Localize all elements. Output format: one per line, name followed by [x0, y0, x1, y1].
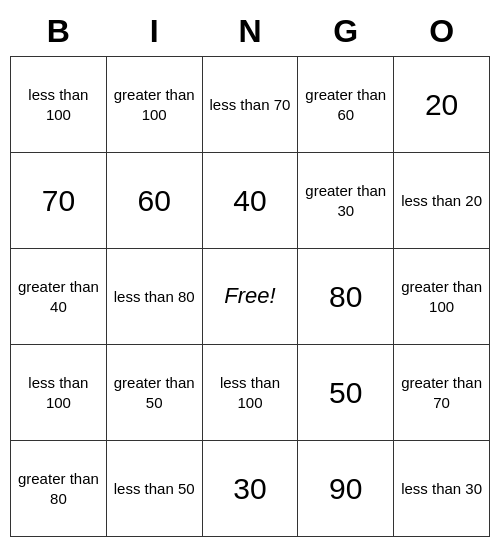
bingo-grid: less than 100greater than 100less than 7…: [11, 57, 490, 537]
cell-2-4: greater than 100: [394, 249, 490, 345]
cell-4-3: 90: [298, 441, 394, 537]
header-n: N: [202, 7, 298, 57]
cell-0-4: 20: [394, 57, 490, 153]
header-o: O: [394, 7, 490, 57]
bingo-header: B I N G O: [11, 7, 490, 57]
cell-3-2: less than 100: [202, 345, 298, 441]
cell-0-3: greater than 60: [298, 57, 394, 153]
header-i: I: [106, 7, 202, 57]
cell-1-0: 70: [11, 153, 107, 249]
table-row: 706040greater than 30less than 20: [11, 153, 490, 249]
cell-0-1: greater than 100: [106, 57, 202, 153]
cell-1-4: less than 20: [394, 153, 490, 249]
cell-0-0: less than 100: [11, 57, 107, 153]
cell-3-3: 50: [298, 345, 394, 441]
cell-1-3: greater than 30: [298, 153, 394, 249]
cell-3-4: greater than 70: [394, 345, 490, 441]
cell-0-2: less than 70: [202, 57, 298, 153]
cell-1-1: 60: [106, 153, 202, 249]
table-row: greater than 80less than 503090less than…: [11, 441, 490, 537]
cell-3-1: greater than 50: [106, 345, 202, 441]
cell-2-3: 80: [298, 249, 394, 345]
cell-2-2: Free!: [202, 249, 298, 345]
cell-4-1: less than 50: [106, 441, 202, 537]
cell-2-0: greater than 40: [11, 249, 107, 345]
bingo-card: B I N G O less than 100greater than 100l…: [10, 7, 490, 537]
cell-1-2: 40: [202, 153, 298, 249]
cell-4-2: 30: [202, 441, 298, 537]
table-row: less than 100greater than 50less than 10…: [11, 345, 490, 441]
header-g: G: [298, 7, 394, 57]
table-row: less than 100greater than 100less than 7…: [11, 57, 490, 153]
table-row: greater than 40less than 80Free!80greate…: [11, 249, 490, 345]
cell-2-1: less than 80: [106, 249, 202, 345]
cell-3-0: less than 100: [11, 345, 107, 441]
cell-4-4: less than 30: [394, 441, 490, 537]
cell-4-0: greater than 80: [11, 441, 107, 537]
header-b: B: [11, 7, 107, 57]
